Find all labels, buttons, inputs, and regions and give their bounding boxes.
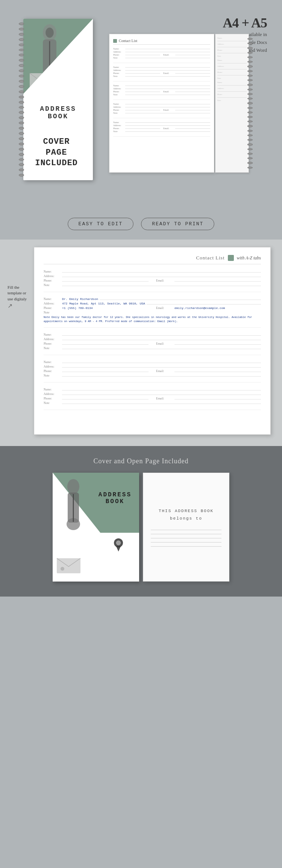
- side-header: Name:: [217, 37, 247, 39]
- left-cover-page: ADDRESS BOOK: [53, 473, 139, 582]
- side-phone: Phone:: [217, 49, 247, 51]
- spiral-dot: [19, 69, 24, 72]
- svg-point-8: [67, 479, 79, 494]
- sample-phone: +1 (555) 789-0134: [62, 306, 93, 310]
- book-cover-top: [23, 19, 93, 94]
- spiral-dot: [247, 56, 253, 58]
- open-page-line: [151, 538, 221, 538]
- spiral-dot: [19, 90, 24, 93]
- side-line: [217, 75, 247, 75]
- spiral-dot: [247, 42, 253, 44]
- open-page-lines: [151, 530, 221, 547]
- easy-to-edit-badge: EASY TO EDIT: [68, 218, 134, 230]
- two-pages-row: ADDRESS BOOK THIS ADDRESS BOOK belongs t…: [9, 473, 273, 582]
- spiral-dot: [19, 116, 24, 119]
- spiral-dot: [247, 112, 253, 113]
- spiral-dot: [247, 93, 253, 95]
- badges-row: EASY TO EDIT READY TO PRINT: [0, 210, 282, 240]
- open-page-line: [151, 546, 221, 547]
- sample-name: Dr. Emily Richardson: [62, 297, 98, 301]
- open-page-line: [151, 542, 221, 542]
- contact-entry: Name: Address: Phone: Email: Note: [113, 103, 210, 118]
- contact-entry: Name: Address: Phone: Email: Note: [113, 66, 210, 81]
- spiral-dot: [19, 54, 24, 56]
- side-phone3: Phone:: [217, 93, 247, 95]
- side-name3: Name:: [217, 81, 247, 83]
- sample-address: 472 Maple Road, Apt 113, Seattle, WA 981…: [62, 302, 145, 305]
- right-open-page: THIS ADDRESS BOOK belongs to: [143, 473, 229, 582]
- spiral-dot: [19, 158, 24, 161]
- spiral-dot: [19, 143, 24, 145]
- contact-entry: Name: Address: Phone: Email: Note: [113, 48, 210, 63]
- side-address2: Address:: [217, 65, 247, 67]
- spiral-dot: [19, 28, 24, 30]
- spiral-dot: [19, 75, 24, 77]
- side-address3: Address:: [217, 87, 247, 89]
- spiral-dot: [247, 65, 253, 67]
- book-cover-title-area: ADDRESS BOOK: [36, 94, 80, 124]
- preview-entry-3: Name: Address: Phone: Email: Note: [44, 333, 261, 355]
- spiral-dot: [19, 169, 24, 171]
- spiral-dot: [247, 134, 253, 136]
- preview-entry-5: Name: Address: Phone: Email: Note: [44, 388, 261, 410]
- open-page-line: [151, 534, 221, 534]
- side-line: [217, 91, 247, 92]
- preview-header: Contact List with A-Z tabs: [44, 255, 261, 264]
- spiral-dot: [19, 127, 24, 130]
- spiral-dot: [19, 122, 24, 124]
- spiral-dot: [19, 49, 24, 51]
- arrow-icon: ↗: [8, 302, 12, 310]
- side-note2: Note: [217, 77, 247, 79]
- tab-icon: [228, 255, 234, 261]
- spiral-dot: [247, 130, 253, 132]
- contact-entry: Name: Address: Phone: Email: Note: [113, 121, 210, 137]
- side-line: [217, 63, 247, 63]
- contact-list-icon: [113, 39, 117, 43]
- spiral-dot: [19, 80, 24, 83]
- open-page-text: THIS ADDRESS BOOK belongs to: [159, 508, 214, 523]
- side-name2: Name:: [217, 59, 247, 61]
- svg-point-16: [116, 541, 121, 546]
- envelope-icon-bottom: [56, 555, 81, 574]
- spiral-dot: [247, 153, 253, 155]
- spiral-dot: [247, 139, 253, 141]
- spiral-dot: [247, 79, 253, 81]
- spiral-left: [18, 19, 25, 180]
- spiral-dot: [19, 64, 24, 67]
- size-badge: A4 + A5: [223, 15, 267, 31]
- spiral-dot: [19, 23, 24, 25]
- book-text: BOOK: [40, 113, 76, 120]
- pages-stack: A4 + A5 available in Google Docs and Wor…: [109, 15, 267, 173]
- contact-preview-section: Fill the template or use digitaly ↗ Cont…: [0, 240, 282, 446]
- bottom-book-text: BOOK: [99, 498, 132, 505]
- side-line: [217, 85, 247, 86]
- preview-entry-2-filled: Name: Dr. Emily Richardson Address: 472 …: [44, 297, 261, 328]
- side-line: [217, 69, 247, 69]
- cover-label: COVER PAGE INCLUDED: [15, 137, 98, 169]
- right-spiral: [247, 34, 253, 172]
- spiral-dot: [247, 162, 253, 164]
- side-note3: Note: [217, 99, 247, 101]
- side-line: [217, 47, 247, 47]
- spiral-dot: [247, 98, 253, 99]
- side-line: [217, 41, 247, 41]
- contact-entry: Name: Address: Phone: Email: Note: [113, 84, 210, 100]
- spiral-dot: [19, 59, 24, 62]
- spiral-dot: [19, 85, 24, 88]
- spiral-dot: [247, 70, 253, 72]
- side-phone2: Phone:: [217, 71, 247, 73]
- spiral-dot: [247, 116, 253, 118]
- spiral-dot: [247, 75, 253, 77]
- spiral-dot: [19, 163, 24, 166]
- spiral-dot: [19, 153, 24, 156]
- sample-email: emily.richardson@example.com: [174, 306, 225, 310]
- spiral-dot: [19, 44, 24, 46]
- preview-entry-4: Name: Address: Phone: Email: Note: [44, 360, 261, 383]
- sample-note: Note Emily has been our family doctor fo…: [44, 315, 261, 324]
- bottom-address-text: ADDRESS: [99, 491, 132, 498]
- contact-preview-wrapper: Fill the template or use digitaly ↗ Cont…: [11, 247, 271, 435]
- spiral-dot: [19, 106, 24, 109]
- spiral-dot: [247, 125, 253, 127]
- fill-label: Fill the template or use digitaly ↗: [8, 285, 38, 310]
- address-text: ADDRESS: [40, 105, 76, 113]
